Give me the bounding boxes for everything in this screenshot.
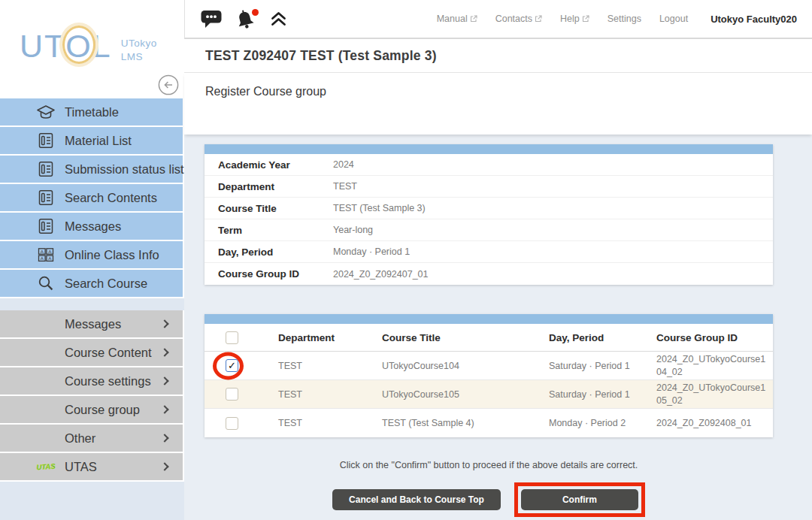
sidebar-item-label: Material List <box>65 134 132 148</box>
action-buttons: Cancel and Back to Course Top Confirm <box>205 482 773 517</box>
clipboard-list-icon <box>35 216 57 236</box>
row-checkbox[interactable]: ✓ <box>226 359 238 372</box>
column-header-day-period: Day, Period <box>549 332 656 343</box>
detail-row-day-period: Day, PeriodMonday · Period 1 <box>205 241 773 263</box>
logo-subtitle: UTokyoLMS <box>121 37 157 63</box>
sidebar-item-search-course[interactable]: Search Course <box>0 270 184 298</box>
topbar-link-contacts[interactable]: Contacts <box>495 14 542 24</box>
column-header-department: Department <box>278 332 382 343</box>
double-chevron-up-icon[interactable] <box>269 11 288 27</box>
course-day-period: Monday · Period 2 <box>549 418 656 428</box>
sidebar-item-course-group[interactable]: Course group <box>0 396 184 425</box>
detail-label: Department <box>218 181 333 192</box>
sidebar-item-other[interactable]: Other <box>0 425 184 453</box>
course-department: TEST <box>278 418 382 428</box>
sidebar-item-utas[interactable]: UTASUTAS <box>0 453 184 482</box>
detail-label: Day, Period <box>218 246 333 258</box>
course-table-row[interactable]: TESTTEST (Test Sample 4)Monday · Period … <box>205 409 773 437</box>
detail-row-term: TermYear-long <box>205 219 773 241</box>
svg-text:A: A <box>41 249 44 254</box>
clipboard-list-icon <box>35 159 57 179</box>
svg-text:A: A <box>48 255 52 261</box>
sidebar-item-material-list[interactable]: Material List <box>0 127 184 156</box>
chevron-right-icon <box>160 434 168 442</box>
detail-row-department: DepartmentTEST <box>205 176 773 198</box>
sidebar-item-submission-status-list[interactable]: Submission status list <box>0 156 184 184</box>
page-title: TEST Z092407 TEST (Test Sample 3) <box>205 48 437 64</box>
sidebar-primary-nav: TimetableMaterial ListSubmission status … <box>0 98 184 298</box>
detail-value: TEST <box>333 181 357 192</box>
course-department: TEST <box>278 361 382 371</box>
topbar-link-settings[interactable]: Settings <box>607 14 641 24</box>
sidebar-item-label: Course Content <box>65 346 152 360</box>
detail-value: Monday · Period 1 <box>333 246 410 257</box>
detail-value: 2024_Z0_Z092407_01 <box>333 269 429 280</box>
sidebar-item-label: Search Course <box>65 277 147 291</box>
row-checkbox[interactable] <box>226 388 238 401</box>
topbar-link-help[interactable]: Help <box>560 14 589 24</box>
sidebar-item-messages[interactable]: Messages <box>0 213 184 241</box>
topbar-link-manual[interactable]: Manual <box>437 14 477 24</box>
utol-logo: UTOL <box>20 30 112 62</box>
detail-row-academic-year: Academic Year2024 <box>205 154 773 176</box>
sidebar-item-label: Timetable <box>65 105 119 119</box>
chevron-right-icon <box>160 348 168 356</box>
detail-label: Term <box>218 225 333 236</box>
notification-bell-icon[interactable] <box>234 8 258 29</box>
sidebar-item-timetable[interactable]: Timetable <box>0 98 184 127</box>
sidebar-item-course-content[interactable]: Course Content <box>0 339 184 367</box>
course-group-id: 2024_Z0_UTokyoCourse105_02 <box>656 382 773 407</box>
detail-label: Academic Year <box>218 159 333 171</box>
course-details-card: Academic Year2024DepartmentTESTCourse Ti… <box>205 144 773 285</box>
sidebar-item-label: Course group <box>65 403 140 417</box>
sidebar-secondary-nav: MessagesCourse ContentCourse settingsCou… <box>0 310 184 482</box>
course-day-period: Saturday · Period 1 <box>549 389 656 400</box>
detail-value: TEST (Test Sample 3) <box>333 203 426 213</box>
course-table-row[interactable]: ✓TESTUTokyoCourse104Saturday · Period 12… <box>205 352 773 380</box>
topbar: ManualContactsHelpSettingsLogout Utokyo … <box>184 0 812 39</box>
logo-area: UTOL UTokyoLMS <box>0 0 184 98</box>
external-link-icon <box>582 15 589 23</box>
select-all-checkbox[interactable] <box>226 331 238 344</box>
course-table-row[interactable]: TESTUTokyoCourse105Saturday · Period 120… <box>205 380 773 409</box>
course-department: TEST <box>278 389 382 400</box>
accent-bar <box>205 314 773 324</box>
sidebar-item-search-contents[interactable]: Search Contents <box>0 184 184 213</box>
chevron-right-icon <box>160 462 168 470</box>
detail-value: 2024 <box>333 159 354 170</box>
confirm-annotation-box: Confirm <box>514 482 645 517</box>
sidebar: UTOL UTokyoLMS TimetableMaterial ListSub… <box>0 0 184 520</box>
confirm-button[interactable]: Confirm <box>521 489 638 510</box>
sidebar-item-label: Search Contents <box>65 191 157 205</box>
chevron-right-icon <box>160 376 168 385</box>
sidebar-item-label: Other <box>65 431 95 446</box>
external-link-icon <box>535 15 542 23</box>
course-title: UTokyoCourse104 <box>382 361 549 371</box>
sidebar-item-online-class-info[interactable]: AAAAOnline Class Info <box>0 241 184 270</box>
chevron-right-icon <box>160 405 168 413</box>
course-day-period: Saturday · Period 1 <box>549 361 656 371</box>
course-group-id: 2024_Z0_Z092408_01 <box>656 417 773 429</box>
chevron-right-icon <box>160 319 168 328</box>
course-title: UTokyoCourse105 <box>382 389 549 400</box>
content-area: Academic Year2024DepartmentTESTCourse Ti… <box>184 135 812 520</box>
chat-bubble-icon[interactable] <box>200 9 223 29</box>
sidebar-collapse-arrow-icon[interactable] <box>158 74 179 95</box>
topbar-link-logout[interactable]: Logout <box>659 14 688 24</box>
sidebar-item-course-settings[interactable]: Course settings <box>0 367 184 396</box>
course-group-table-card: DepartmentCourse TitleDay, PeriodCourse … <box>205 314 773 437</box>
sidebar-item-messages[interactable]: Messages <box>0 310 184 339</box>
column-header-course-title: Course Title <box>382 332 549 343</box>
svg-text:A: A <box>41 255 44 261</box>
sidebar-item-label: Course settings <box>65 374 151 388</box>
detail-row-course-title: Course TitleTEST (Test Sample 3) <box>205 198 773 219</box>
cancel-button[interactable]: Cancel and Back to Course Top <box>332 489 501 510</box>
grid-people-icon: AAAA <box>35 245 57 265</box>
row-checkbox[interactable] <box>226 417 238 430</box>
clipboard-list-icon <box>35 188 57 207</box>
sidebar-item-label: Online Class Info <box>65 248 159 262</box>
detail-row-course-group-id: Course Group ID2024_Z0_Z092407_01 <box>205 263 773 285</box>
accent-bar <box>205 144 773 154</box>
section-title-bar: Register Course group <box>184 73 812 135</box>
table-header-row: DepartmentCourse TitleDay, PeriodCourse … <box>205 324 773 352</box>
